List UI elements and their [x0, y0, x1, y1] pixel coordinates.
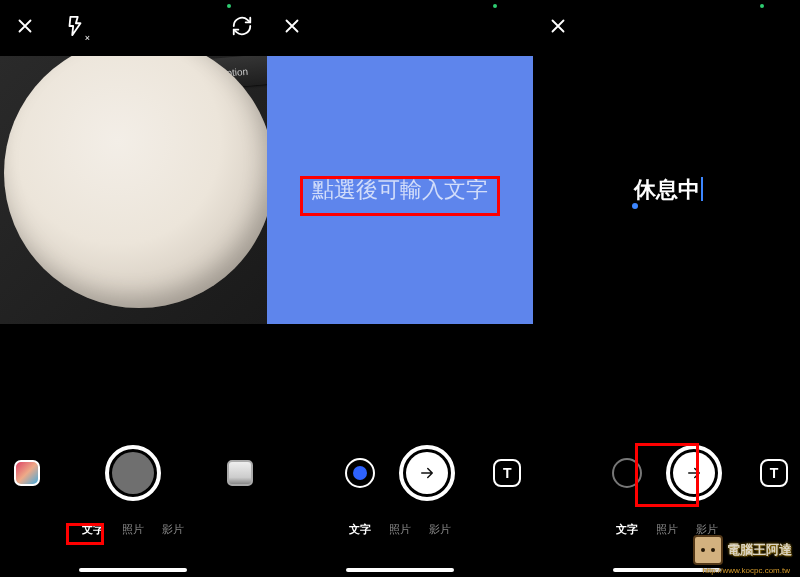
topbar: × — [0, 0, 267, 56]
text-value[interactable]: 休息中 — [634, 175, 700, 205]
close-icon[interactable] — [547, 15, 569, 41]
panel-text-empty: 點選後可輸入文字 T 文字 照片 影片 — [267, 0, 534, 577]
home-indicator[interactable] — [346, 568, 454, 572]
tab-photo[interactable]: 照片 — [389, 522, 411, 537]
gallery-button[interactable] — [14, 460, 40, 486]
switch-camera-icon[interactable] — [231, 15, 253, 41]
mode-tabs: 文字 照片 影片 — [0, 522, 267, 537]
status-dot-icon — [760, 4, 764, 8]
tab-text[interactable]: 文字 — [616, 522, 638, 537]
filter-button[interactable] — [227, 460, 253, 486]
tab-photo[interactable]: 照片 — [656, 522, 678, 537]
camera-controls — [0, 443, 267, 503]
text-controls: T — [267, 443, 534, 503]
panel-text-filled: 休息中 T 文字 照片 影片 — [533, 0, 800, 577]
color-picker-button[interactable] — [345, 458, 375, 488]
status-dot-icon — [227, 4, 231, 8]
camera-preview[interactable]: option — [0, 56, 267, 324]
watermark-name: 電腦王阿達 — [727, 541, 792, 559]
close-icon[interactable] — [14, 15, 36, 41]
text-background: 休息中 — [533, 56, 800, 324]
close-icon[interactable] — [281, 15, 303, 41]
watermark-avatar-icon — [693, 535, 723, 565]
panel-camera: × option 文字 照片 影片 — [0, 0, 267, 577]
text-controls: T — [533, 443, 800, 503]
tab-photo[interactable]: 照片 — [122, 522, 144, 537]
color-picker-button[interactable] — [612, 458, 642, 488]
tab-video[interactable]: 影片 — [429, 522, 451, 537]
topbar — [533, 0, 800, 56]
text-background: 點選後可輸入文字 — [267, 56, 534, 324]
watermark-url: http://www.kocpc.com.tw — [702, 566, 790, 575]
text-placeholder: 點選後可輸入文字 — [312, 175, 488, 205]
submit-button[interactable] — [399, 445, 455, 501]
watermark: 電腦王阿達 — [693, 535, 792, 565]
selection-handle-icon[interactable] — [632, 203, 638, 209]
mode-tabs: 文字 照片 影片 — [267, 522, 534, 537]
home-indicator[interactable] — [79, 568, 187, 572]
triptych: × option 文字 照片 影片 — [0, 0, 800, 577]
submit-button[interactable] — [666, 445, 722, 501]
flash-off-icon[interactable]: × — [64, 15, 86, 41]
text-canvas[interactable]: 點選後可輸入文字 — [267, 56, 534, 324]
text-caret — [701, 177, 703, 201]
topbar — [267, 0, 534, 56]
text-style-button[interactable]: T — [493, 459, 521, 487]
tab-text[interactable]: 文字 — [82, 522, 104, 537]
tab-video[interactable]: 影片 — [162, 522, 184, 537]
shutter-button[interactable] — [105, 445, 161, 501]
tab-text[interactable]: 文字 — [349, 522, 371, 537]
text-style-button[interactable]: T — [760, 459, 788, 487]
text-canvas[interactable]: 休息中 — [533, 56, 800, 324]
